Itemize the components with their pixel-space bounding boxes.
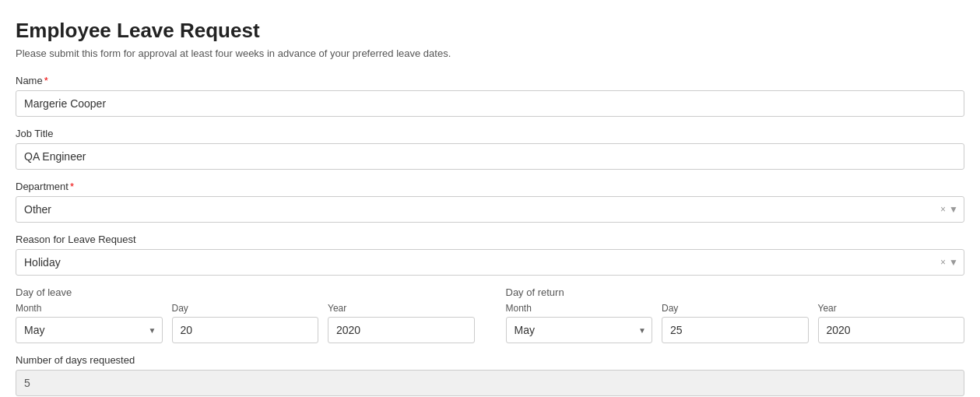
return-month-label: Month: [506, 303, 653, 314]
job-title-field-group: Job Title: [16, 128, 964, 170]
leave-day-label: Day: [172, 303, 319, 314]
days-requested-label: Number of days requested: [16, 354, 964, 366]
return-month-select-wrapper: JanuaryFebruaryMarchAprilMayJuneJulyAugu…: [506, 317, 653, 343]
return-date-fields: Month JanuaryFebruaryMarchAprilMayJuneJu…: [506, 303, 965, 343]
days-requested-group: Number of days requested 5: [16, 354, 964, 396]
department-field-group: Department* OtherEngineeringHRFinanceMar…: [16, 181, 964, 223]
reason-select-wrapper: HolidaySick LeavePersonalMaternity/Pater…: [16, 249, 964, 276]
day-of-leave-label: Day of leave: [16, 286, 475, 298]
return-year-label: Year: [818, 303, 965, 314]
leave-day-field: Day: [172, 303, 319, 343]
dates-group: Day of leave Month JanuaryFebruaryMarchA…: [16, 286, 964, 343]
reason-select[interactable]: HolidaySick LeavePersonalMaternity/Pater…: [16, 249, 964, 276]
leave-year-field: Year: [328, 303, 475, 343]
leave-month-select-wrapper: JanuaryFebruaryMarchAprilMayJuneJulyAugu…: [16, 317, 163, 343]
return-month-field: Month JanuaryFebruaryMarchAprilMayJuneJu…: [506, 303, 653, 343]
return-year-input[interactable]: [818, 317, 965, 343]
page-title: Employee Leave Request: [16, 19, 964, 43]
date-groups-wrapper: Day of leave Month JanuaryFebruaryMarchA…: [16, 286, 964, 343]
return-year-field: Year: [818, 303, 965, 343]
leave-date-fields: Month JanuaryFebruaryMarchAprilMayJuneJu…: [16, 303, 475, 343]
leave-year-input[interactable]: [328, 317, 475, 343]
name-field-group: Name*: [16, 75, 964, 117]
page-subtitle: Please submit this form for approval at …: [16, 47, 964, 59]
return-month-select[interactable]: JanuaryFebruaryMarchAprilMayJuneJulyAugu…: [506, 317, 653, 343]
name-required-star: *: [44, 75, 48, 86]
return-day-input[interactable]: [662, 317, 809, 343]
leave-month-field: Month JanuaryFebruaryMarchAprilMayJuneJu…: [16, 303, 163, 343]
day-of-return-label: Day of return: [506, 286, 965, 298]
reason-field-group: Reason for Leave Request HolidaySick Lea…: [16, 234, 964, 276]
leave-year-label: Year: [328, 303, 475, 314]
department-required-star: *: [70, 181, 74, 192]
leave-month-label: Month: [16, 303, 163, 314]
department-select-wrapper: OtherEngineeringHRFinanceMarketing × ▼: [16, 196, 964, 223]
reason-label: Reason for Leave Request: [16, 234, 964, 245]
department-label: Department*: [16, 181, 964, 192]
return-day-field: Day: [662, 303, 809, 343]
day-of-leave-group: Day of leave Month JanuaryFebruaryMarchA…: [16, 286, 475, 343]
leave-day-input[interactable]: [172, 317, 319, 343]
leave-month-select[interactable]: JanuaryFebruaryMarchAprilMayJuneJulyAugu…: [16, 317, 163, 343]
department-select[interactable]: OtherEngineeringHRFinanceMarketing: [16, 196, 964, 223]
return-day-label: Day: [662, 303, 809, 314]
job-title-label: Job Title: [16, 128, 964, 139]
day-of-return-group: Day of return Month JanuaryFebruaryMarch…: [506, 286, 965, 343]
days-requested-value: 5: [16, 370, 964, 396]
job-title-input[interactable]: [16, 143, 964, 170]
name-input[interactable]: [16, 90, 964, 117]
name-label: Name*: [16, 75, 964, 86]
